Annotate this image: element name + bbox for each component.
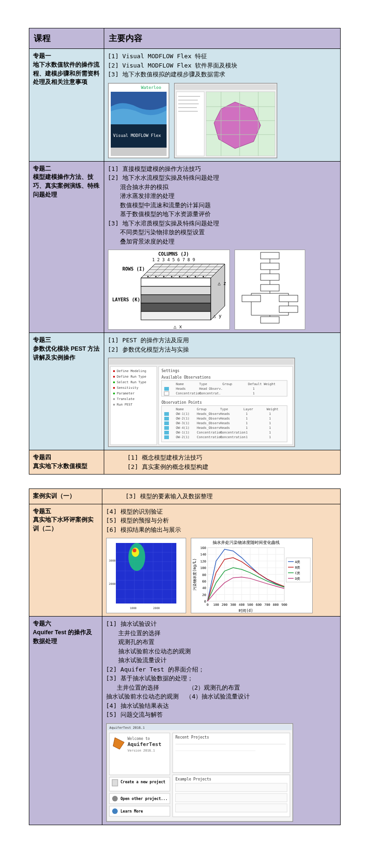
content-item: [5] 模型的预报与分析 — [106, 516, 336, 525]
svg-text:800: 800 — [273, 603, 279, 607]
svg-text:Define Run Type: Define Run Type — [117, 375, 146, 379]
svg-rect-27 — [141, 286, 211, 295]
svg-text:OW-1(1): OW-1(1) — [176, 431, 190, 434]
svg-text:Head Observ.: Head Observ. — [199, 387, 223, 391]
content-item: [3] 地下水溶质模型实操及特殊问题处理 — [108, 219, 336, 228]
svg-text:Create a new project: Create a new project — [121, 780, 166, 784]
content-item: 潜水蒸发排泄的处理 — [108, 191, 336, 201]
svg-text:Layer: Layer — [243, 407, 253, 411]
svg-text:Group: Group — [222, 382, 232, 386]
content-item: [4] 抽水试验结果表达 — [106, 701, 336, 711]
topic-cell: 专题六 Aquifer Test 的操作及数据处理 — [29, 617, 102, 825]
svg-text:120: 120 — [200, 560, 206, 563]
svg-text:Recent Projects: Recent Projects — [175, 735, 209, 739]
svg-text:Heads_Observ: Heads_Observ — [197, 426, 221, 430]
svg-text:Heads: Heads — [220, 412, 230, 416]
aquifertest-screenshot-image: AquiferTest 2016.1 Welcome to AquiferTes… — [106, 723, 293, 822]
svg-text:20: 20 — [202, 593, 206, 597]
topic-num: 专题三 — [33, 337, 51, 343]
content-item: 主井位置的选择 （2）观测孔的布置 — [106, 683, 336, 692]
svg-point-83 — [113, 381, 115, 383]
heatmap-image: 10002000 30002000 — [106, 538, 186, 613]
svg-text:Heads: Heads — [220, 426, 230, 430]
svg-text:1: 1 — [246, 417, 248, 420]
svg-rect-77 — [109, 359, 294, 365]
svg-text:1: 1 — [253, 392, 255, 395]
content-item: 抽水试验前水位动态的观测 — [106, 647, 336, 656]
software-screenshot-image — [174, 83, 277, 158]
svg-rect-128 — [164, 421, 169, 425]
svg-text:1: 1 — [246, 431, 248, 434]
content-item: 数值模型中流速和流量的计算问题 — [108, 201, 336, 210]
content-cell: [1] PEST 的操作方法及应用 [2] 参数优化模型方法与实操 Define… — [104, 333, 340, 450]
topic-cell: 专题三 参数优化模块 PEST 方法讲解及实例操作 — [29, 333, 104, 450]
course-table-1: 课程 主要内容 专题一 地下水数值软件的操作流程、建模步骤和所需资料处理及相关注… — [29, 28, 341, 475]
content-item: 主井位置的选择 — [106, 629, 336, 638]
product-label: Visual MODFLOW Flex — [113, 133, 161, 138]
svg-rect-5 — [175, 84, 276, 90]
content-item: [6] 模拟结果的输出与展示 — [106, 525, 336, 535]
svg-point-48 — [179, 276, 180, 278]
svg-text:Heads_Observ: Heads_Observ — [197, 417, 221, 420]
svg-text:1: 1 — [269, 435, 271, 439]
svg-rect-233 — [109, 777, 170, 791]
svg-rect-59 — [261, 285, 279, 291]
content-item: [5] 问题交流与解答 — [106, 710, 336, 719]
svg-text:OW-3(1): OW-3(1) — [176, 421, 190, 425]
content-cell: [3] 模型的要素输入及数据整理 — [102, 489, 340, 504]
svg-point-44 — [147, 276, 148, 278]
topic-num: 专题五 — [33, 508, 51, 515]
svg-text:1: 1 — [246, 421, 248, 425]
topic-cell: 专题五 真实地下水环评案例实训（二） — [29, 504, 102, 617]
svg-text:Version 2016.1: Version 2016.1 — [127, 749, 155, 753]
topic-title: 参数优化模块 PEST 方法讲解及实例操作 — [33, 346, 100, 361]
svg-point-81 — [113, 376, 115, 378]
svg-point-240 — [112, 808, 118, 814]
topic-num: 专题六 — [33, 620, 51, 627]
svg-text:抽水井处污染物浓度随时间变化曲线: 抽水井处污染物浓度随时间变化曲线 — [212, 540, 279, 545]
svg-text:Heads: Heads — [220, 417, 230, 420]
topic-cell: 专题一 地下水数值软件的操作流程、建模步骤和所需资料处理及相关注意事项 — [29, 49, 104, 162]
content-item: [1] 直接模型建模的操作方法技巧 — [108, 164, 336, 174]
svg-text:500: 500 — [247, 603, 253, 607]
svg-text:900: 900 — [281, 603, 287, 607]
svg-rect-30 — [141, 312, 211, 320]
svg-text:Concentration: Concentration — [176, 392, 201, 395]
svg-text:200: 200 — [221, 603, 228, 607]
content-item: [3] 模型的要素输入及数据整理 — [126, 492, 336, 501]
svg-point-237 — [112, 796, 118, 801]
svg-text:Type: Type — [220, 407, 228, 411]
svg-text:100: 100 — [200, 566, 206, 570]
svg-rect-101 — [164, 387, 169, 391]
svg-text:1: 1 — [269, 421, 271, 425]
svg-text:A类: A类 — [295, 560, 300, 564]
svg-text:Heads: Heads — [220, 421, 230, 425]
svg-text:Concentrat.: Concentrat. — [199, 392, 221, 395]
flowchart-image — [235, 250, 305, 330]
topic-num: 案例实训（一） — [33, 493, 75, 499]
svg-rect-116 — [164, 412, 169, 416]
svg-rect-140 — [164, 431, 169, 434]
product-box-image: Waterloo Visual MODFLOW Flex — [108, 83, 169, 158]
svg-text:污染物浓度(mg/L): 污染物浓度(mg/L) — [193, 558, 197, 590]
svg-point-91 — [113, 404, 115, 406]
svg-text:Available Observations: Available Observations — [161, 375, 211, 380]
svg-text:1: 1 — [253, 387, 255, 391]
svg-text:D类: D类 — [295, 577, 300, 581]
content-item: [3] 基于抽水试验数据的处理； — [106, 674, 336, 683]
svg-rect-134 — [164, 426, 169, 430]
topic-title: Aquifer Test 的操作及数据处理 — [33, 629, 92, 644]
svg-point-45 — [155, 276, 156, 278]
topic-title: 真实地下水环评案例实训（二） — [33, 516, 94, 532]
content-item: [2] Aquifer Test 的界面介绍； — [106, 665, 336, 674]
svg-text:Heads: Heads — [176, 387, 186, 391]
svg-text:600: 600 — [255, 603, 262, 607]
topic-num: 专题四 — [33, 454, 51, 461]
content-item: [1] PEST 的操作方法及应用 — [108, 336, 336, 345]
svg-text:Name: Name — [176, 382, 184, 386]
svg-point-87 — [113, 393, 115, 394]
content-item: [1] Visual MODFLOW Flex 特征 — [108, 52, 336, 61]
svg-text:300: 300 — [230, 603, 236, 607]
svg-text:Concentration: Concentration — [197, 431, 222, 434]
svg-text:Type: Type — [199, 382, 207, 386]
